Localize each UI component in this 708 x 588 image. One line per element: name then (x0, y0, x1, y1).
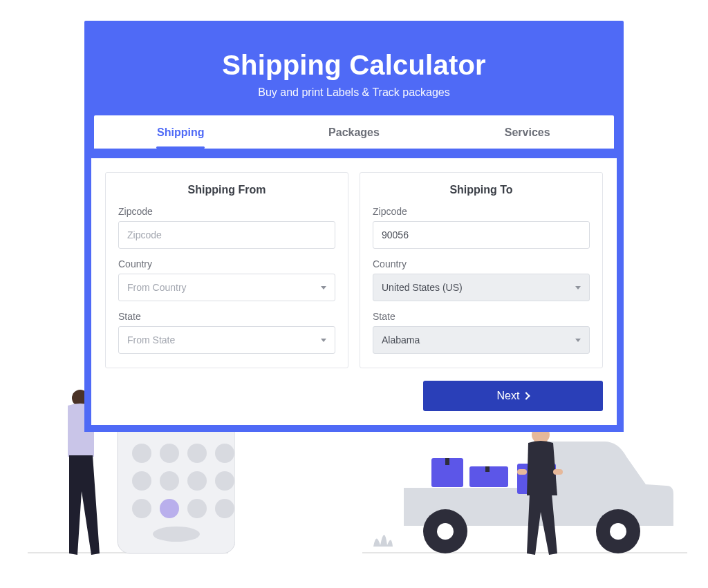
truck-illustration (369, 408, 687, 567)
svg-point-10 (215, 471, 234, 491)
svg-point-21 (596, 509, 640, 553)
panel-shipping-from: Shipping From Zipcode Country From Count… (105, 172, 348, 368)
field-to-country: Country United States (US) (373, 258, 590, 301)
to-state-select[interactable]: Alabama (373, 326, 590, 354)
shipping-calculator-card: Shipping Calculator Buy and print Labels… (84, 21, 624, 432)
to-zipcode-input[interactable] (373, 221, 590, 249)
svg-point-11 (132, 499, 151, 518)
panel-heading: Shipping From (118, 184, 335, 196)
field-to-state: State Alabama (373, 311, 590, 354)
field-label: State (118, 311, 335, 322)
svg-point-9 (187, 471, 207, 491)
svg-point-19 (423, 509, 467, 553)
panel-heading: Shipping To (373, 184, 590, 196)
svg-point-15 (153, 527, 200, 542)
chevron-right-icon (523, 392, 530, 399)
select-value: From Country (127, 282, 187, 293)
field-label: State (373, 311, 590, 322)
field-label: Zipcode (373, 206, 590, 217)
caret-down-icon (575, 286, 581, 290)
svg-point-8 (160, 471, 179, 491)
svg-rect-28 (534, 464, 538, 471)
tab-label: Shipping (157, 126, 204, 138)
to-country-select[interactable]: United States (US) (373, 274, 590, 301)
actions-row: Next (105, 381, 603, 411)
tab-label: Packages (328, 126, 380, 138)
svg-rect-24 (445, 458, 449, 465)
button-label: Next (497, 390, 520, 402)
svg-rect-23 (431, 458, 463, 487)
svg-point-4 (160, 444, 179, 463)
ground-line-right (362, 552, 687, 553)
svg-rect-18 (561, 450, 610, 482)
caret-down-icon (321, 339, 326, 342)
svg-rect-25 (469, 466, 508, 487)
svg-point-5 (187, 444, 207, 463)
field-from-state: State From State (118, 311, 335, 354)
card-header: Shipping Calculator Buy and print Labels… (84, 21, 624, 115)
svg-point-20 (437, 523, 454, 540)
caret-down-icon (321, 286, 326, 290)
svg-rect-27 (517, 464, 556, 494)
tab-shipping[interactable]: Shipping (94, 115, 268, 149)
caret-down-icon (575, 339, 581, 342)
svg-rect-31 (553, 469, 563, 475)
ground-line-left (28, 552, 228, 553)
select-value: Alabama (382, 334, 420, 345)
field-to-zipcode: Zipcode (373, 206, 590, 249)
svg-point-7 (132, 471, 151, 491)
svg-rect-26 (485, 466, 490, 472)
field-label: Country (118, 258, 335, 269)
from-country-select[interactable]: From Country (118, 274, 335, 301)
next-button[interactable]: Next (423, 381, 603, 411)
select-value: From State (127, 334, 175, 345)
svg-point-6 (215, 444, 234, 463)
svg-point-14 (215, 499, 234, 518)
select-value: United States (US) (382, 282, 463, 293)
svg-point-3 (132, 444, 151, 463)
field-from-zipcode: Zipcode (118, 206, 335, 249)
panel-shipping-to: Shipping To Zipcode Country United State… (360, 172, 603, 368)
page-title: Shipping Calculator (98, 50, 610, 81)
tab-services[interactable]: Services (440, 115, 614, 149)
tab-packages[interactable]: Packages (268, 115, 441, 149)
tab-label: Services (505, 126, 550, 138)
page-subtitle: Buy and print Labels & Track packages (98, 86, 610, 99)
from-zipcode-input[interactable] (118, 221, 335, 249)
field-from-country: Country From Country (118, 258, 335, 301)
svg-point-12 (160, 499, 179, 518)
svg-point-13 (187, 499, 207, 518)
card-body: Shipping From Zipcode Country From Count… (84, 149, 624, 432)
svg-point-22 (610, 523, 626, 540)
field-label: Zipcode (118, 206, 335, 217)
svg-rect-30 (517, 469, 527, 475)
field-label: Country (373, 258, 590, 269)
from-state-select[interactable]: From State (118, 326, 335, 354)
tab-bar: Shipping Packages Services (94, 115, 614, 149)
